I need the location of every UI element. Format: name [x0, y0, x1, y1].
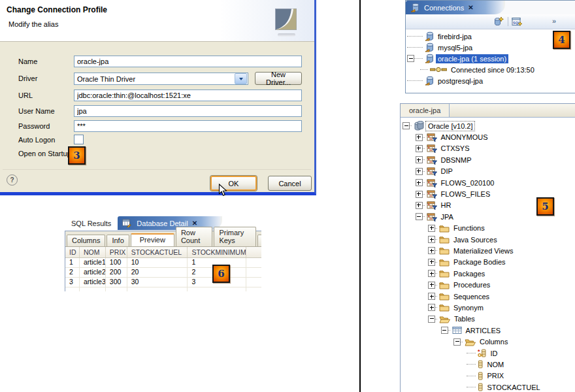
plus-expander-icon[interactable]	[428, 247, 435, 254]
tree-expander-slot[interactable]	[407, 55, 424, 62]
new-connection-profile-icon[interactable]	[493, 16, 504, 28]
tree-item[interactable]: oracle-jpa (1 session)	[406, 53, 575, 64]
plus-expander-icon[interactable]	[416, 202, 423, 209]
new-sql-scrapbook-icon[interactable]: SQL	[512, 16, 523, 28]
tree-item[interactable]: mysql5-jpa	[406, 42, 575, 53]
column-header[interactable]: STOCKACTUEL	[127, 247, 188, 257]
tree-item-label[interactable]: Packages	[452, 269, 487, 278]
table-row[interactable]: 1article1100101	[65, 258, 261, 268]
plus-expander-icon[interactable]	[416, 179, 423, 186]
tree-expander-slot[interactable]	[416, 202, 426, 209]
tree-item-label[interactable]: postgresql-jpa	[436, 76, 485, 86]
help-icon[interactable]: ?	[7, 174, 18, 186]
table-row[interactable]: 2article2200202	[65, 268, 261, 278]
tree-item-label[interactable]: ANONYMOUS	[439, 133, 490, 142]
cancel-button[interactable]: Cancel	[268, 176, 312, 191]
minus-expander-icon[interactable]	[407, 55, 414, 62]
table-row[interactable]	[65, 287, 261, 291]
tree-expander-slot[interactable]	[428, 316, 438, 323]
plus-expander-icon[interactable]	[416, 145, 423, 152]
tree-expander-slot[interactable]	[428, 293, 438, 300]
plus-expander-icon[interactable]	[428, 236, 435, 243]
tree-item[interactable]: Packages	[401, 268, 575, 279]
combo-dropdown-icon[interactable]	[235, 73, 247, 84]
tree-item[interactable]: Synonym	[401, 302, 575, 313]
plus-expander-icon[interactable]	[428, 270, 435, 277]
tree-item[interactable]: Procedures	[401, 279, 575, 290]
subtab-row-count[interactable]: Row Count	[176, 227, 212, 246]
minus-expander-icon[interactable]	[441, 327, 448, 334]
tree-item[interactable]: postgresql-jpa	[406, 75, 575, 86]
column-header[interactable]: NOM	[80, 247, 106, 257]
tree-expander-slot[interactable]	[428, 304, 438, 311]
auto-logon-checkbox[interactable]	[74, 135, 84, 144]
tree-item[interactable]: Package Bodies	[401, 257, 575, 268]
ok-button[interactable]: OK	[210, 176, 257, 191]
tree-expander-slot[interactable]	[416, 145, 426, 152]
tree-expander-slot[interactable]	[416, 134, 426, 141]
tree-item-label[interactable]: Sequences	[452, 292, 491, 301]
minus-expander-icon[interactable]	[416, 213, 423, 220]
toolbar-overflow-icon[interactable]: »	[552, 17, 561, 27]
tree-expander-slot[interactable]	[416, 213, 426, 220]
driver-combo[interactable]: Oracle Thin Driver	[74, 73, 248, 85]
tab-oracle-jpa[interactable]: oracle-jpa	[401, 104, 450, 117]
minus-expander-icon[interactable]	[453, 338, 461, 346]
tree-item[interactable]: Sequences	[401, 291, 575, 302]
tree-item-label[interactable]: DBSNMP	[439, 155, 474, 165]
tree-item-label[interactable]: oracle-jpa (1 session)	[436, 54, 508, 63]
tree-item-label[interactable]: firebird-jpa	[436, 32, 474, 41]
tree-item[interactable]: DBSNMP	[401, 154, 575, 165]
tree-expander-slot[interactable]	[416, 156, 426, 163]
tree-item-label[interactable]: ARTICLES	[464, 326, 503, 335]
plus-expander-icon[interactable]	[428, 293, 435, 300]
subtab-exp[interactable]: Exp	[257, 235, 261, 246]
plus-expander-icon[interactable]	[416, 168, 423, 175]
plus-expander-icon[interactable]	[416, 134, 423, 141]
plus-expander-icon[interactable]	[416, 156, 423, 163]
tree-item-label[interactable]: Functions	[452, 223, 487, 233]
tree-item-label[interactable]: Tables	[452, 314, 477, 323]
tree-item[interactable]: firebird-jpa	[406, 31, 575, 42]
tree-item-label[interactable]: Materialized Views	[452, 246, 516, 255]
tree-item-label[interactable]: DIP	[439, 167, 455, 176]
tree-expander-slot[interactable]	[416, 179, 426, 186]
tree-expander-slot[interactable]	[416, 168, 426, 175]
tree-item-label[interactable]: Connected since 09:13:50	[449, 65, 536, 74]
tree-item[interactable]: DIP	[401, 166, 575, 177]
tree-item[interactable]: ANONYMOUS	[401, 131, 575, 142]
url-input[interactable]	[74, 90, 302, 101]
tab-connections[interactable]: Connections ✕	[406, 1, 505, 14]
tree-item-label[interactable]: STOCKACTUEL	[485, 383, 542, 392]
subtab-primary-keys[interactable]: Primary Keys	[214, 227, 256, 246]
tree-expander-slot[interactable]	[441, 327, 452, 334]
tree-expander-slot[interactable]	[416, 191, 426, 198]
tree-item-label[interactable]: JPA	[439, 212, 455, 221]
tree-expander-slot[interactable]	[428, 259, 438, 266]
tree-expander-slot[interactable]	[402, 122, 413, 129]
tree-item-label[interactable]: FLOWS_020100	[439, 178, 497, 188]
column-header[interactable]: PRIX	[106, 247, 127, 257]
minus-expander-icon[interactable]	[402, 122, 410, 129]
plus-expander-icon[interactable]	[428, 225, 435, 232]
tree-expander-slot[interactable]	[428, 225, 438, 232]
tree-item-label[interactable]: Package Bodies	[452, 257, 508, 267]
tree-item-label[interactable]: Java Sources	[452, 235, 499, 244]
close-icon[interactable]: ✕	[468, 4, 473, 11]
tree-item-label[interactable]: Oracle [v10.2]	[426, 122, 474, 131]
tab-sql-results[interactable]: SQL Results	[65, 216, 118, 231]
tree-expander-slot[interactable]	[453, 338, 464, 346]
tree-item[interactable]: Materialized Views	[401, 245, 575, 256]
subtab-preview[interactable]: Preview	[131, 233, 174, 246]
tree-expander-slot[interactable]	[428, 247, 438, 254]
table-row[interactable]: 3article3300303	[65, 278, 261, 287]
username-input[interactable]	[74, 105, 302, 117]
tree-item[interactable]: CTXSYS	[401, 143, 575, 154]
tree-item[interactable]: Oracle [v10.2]	[401, 120, 575, 131]
name-input[interactable]	[74, 56, 302, 67]
subtab-info[interactable]: Info	[107, 235, 129, 246]
tree-expander-slot[interactable]	[428, 282, 438, 289]
column-header[interactable]: ID	[65, 247, 80, 257]
tree-item[interactable]: FLOWS_020100	[401, 177, 575, 188]
close-icon[interactable]: ✕	[192, 220, 197, 227]
